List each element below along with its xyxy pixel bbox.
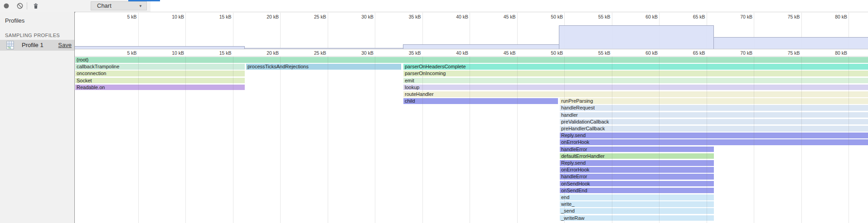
ruler-tick-label: 30 kB — [346, 50, 373, 56]
gridline — [138, 57, 139, 223]
gridline — [375, 57, 375, 223]
overview-area-segment[interactable] — [75, 46, 245, 49]
flame-bar-runPreParsing[interactable]: runPreParsing — [560, 98, 868, 104]
save-profile-link[interactable]: Save — [58, 42, 72, 48]
flame-bar-emit[interactable]: emit — [403, 78, 868, 84]
chevron-down-icon: ▼ — [139, 2, 142, 10]
ruler-tick-label: 60 kB — [630, 50, 658, 56]
gridline — [754, 57, 754, 223]
tab-accent-strip — [128, 0, 160, 1]
ruler-tick-label: 70 kB — [725, 14, 752, 19]
gridline — [138, 13, 139, 49]
flame-bar-_writeRaw[interactable]: _writeRaw — [560, 215, 714, 221]
overview-area-segment[interactable] — [245, 48, 403, 49]
flame-bar-onSendEnd[interactable]: onSendEnd — [560, 188, 714, 194]
flame-bar-_send[interactable]: _send — [560, 208, 714, 214]
gridline — [470, 13, 470, 49]
gridline — [517, 13, 518, 49]
ruler-tick-label: 20 kB — [252, 50, 279, 56]
ruler-tick-label: 40 kB — [441, 14, 468, 19]
flame-bar-Reply.send[interactable]: Reply.send — [560, 160, 714, 166]
ruler-tick-label: 55 kB — [583, 14, 611, 19]
chart-view-select[interactable]: Chart ▼ — [91, 1, 147, 10]
ruler-tick-label: 5 kB — [110, 14, 137, 19]
flame-chart: (root)callbackTrampolineprocessTicksAndR… — [75, 57, 868, 223]
flame-bar-handler[interactable]: handler — [560, 112, 868, 118]
toolbar-separator — [27, 2, 27, 9]
record-button[interactable] — [3, 2, 10, 9]
sampling-profiles-heading: SAMPLING PROFILES — [5, 33, 60, 38]
ruler-tick-label: 55 kB — [583, 50, 611, 56]
chart-view-select-value: Chart — [97, 2, 112, 9]
ruler-tick-label: 40 kB — [441, 50, 468, 56]
ruler-tick-label: 45 kB — [489, 50, 516, 56]
flame-bar-routeHandler[interactable]: routeHandler — [403, 91, 868, 97]
memory-sampling-profiler-panel: Chart ▼ Profiles SAMPLING PROFILES % Pro… — [0, 0, 868, 223]
clear-profiles-button[interactable] — [16, 2, 24, 9]
ruler-tick-label: 75 kB — [773, 50, 800, 56]
flame-bar-processTicksAndRejections[interactable]: processTicksAndRejections — [246, 64, 401, 70]
overview-area-segment[interactable] — [403, 44, 559, 49]
flame-bar-Socket[interactable]: Socket — [75, 78, 245, 84]
toolbar: Chart ▼ — [0, 0, 868, 12]
gridline — [280, 13, 281, 49]
ruler-tick-label: 10 kB — [157, 50, 184, 56]
flame-bar-Readable.on[interactable]: Readable.on — [75, 85, 245, 90]
ruler-tick-label: 5 kB — [110, 50, 137, 56]
flame-bar-Reply.send[interactable]: Reply.send — [560, 133, 868, 138]
flame-bar-onconnection[interactable]: onconnection — [75, 71, 245, 76]
profile-table-percent-icon: % — [6, 41, 15, 52]
svg-text:%: % — [8, 46, 11, 50]
gridline — [185, 13, 186, 49]
gridline — [280, 57, 281, 223]
profile-row-selected[interactable]: % Profile 1 Save — [0, 40, 74, 51]
gridline — [328, 13, 328, 49]
gridline — [659, 57, 659, 223]
gridline — [233, 57, 233, 223]
gridline — [328, 57, 328, 223]
ruler-tick-label: 20 kB — [252, 14, 279, 19]
ruler-tick-label: 65 kB — [678, 50, 705, 56]
flame-bar-handleError[interactable]: handleError — [560, 174, 714, 180]
flame-bar-lookup[interactable]: lookup — [403, 85, 868, 90]
gridline — [422, 57, 423, 223]
ruler-tick-label: 60 kB — [630, 14, 658, 19]
ruler-tick-label: 15 kB — [204, 50, 232, 56]
gridline — [849, 57, 849, 223]
flame-bar-onErrorHook[interactable]: onErrorHook — [560, 139, 868, 145]
flame-bar-preHandlerCallback[interactable]: preHandlerCallback — [560, 126, 868, 132]
profile-name: Profile 1 — [22, 42, 44, 48]
ruler-tick-label: 45 kB — [489, 14, 516, 19]
sidebar-title: Profiles — [5, 17, 24, 24]
ruler-tick-label: 50 kB — [536, 50, 563, 56]
gridline — [185, 57, 186, 223]
flame-bar-handleError[interactable]: handleError — [560, 147, 714, 152]
flame-bar-onErrorHook[interactable]: onErrorHook — [560, 167, 714, 173]
overview-area-segment[interactable] — [559, 25, 714, 49]
ruler-tick-label: 15 kB — [204, 14, 232, 19]
ruler-tick-label: 80 kB — [820, 50, 847, 56]
ruler-tick-label: 25 kB — [299, 50, 326, 56]
ruler-tick-label: 65 kB — [678, 14, 705, 19]
gridline — [375, 13, 375, 49]
flame-bar-parserOnHeadersComplete[interactable]: parserOnHeadersComplete — [403, 64, 868, 70]
flame-bar-callbackTrampoline[interactable]: callbackTrampoline — [75, 64, 245, 70]
flame-bar-defaultErrorHandler[interactable]: defaultErrorHandler — [560, 153, 714, 159]
ruler-tick-label: 35 kB — [394, 14, 421, 19]
flame-bar-end[interactable]: end — [560, 195, 714, 200]
ruler-tick-label: 35 kB — [394, 50, 421, 56]
ruler-tick-label: 80 kB — [820, 14, 847, 19]
delete-profile-button[interactable] — [32, 2, 39, 9]
gridline — [517, 57, 518, 223]
flame-bar-parserOnIncoming[interactable]: parserOnIncoming — [403, 71, 868, 76]
flame-bar-child[interactable]: child — [403, 98, 558, 104]
gridline — [564, 57, 565, 223]
flame-bar-write_[interactable]: write_ — [560, 201, 714, 207]
flame-bar-preValidationCallback[interactable]: preValidationCallback — [560, 119, 868, 125]
flame-bar-onSendHook[interactable]: onSendHook — [560, 181, 714, 187]
flame-bar-handleRequest[interactable]: handleRequest — [560, 105, 868, 111]
overview-area-segment[interactable] — [714, 37, 868, 49]
circle-slash-icon — [16, 2, 24, 9]
overview-pane[interactable]: 5 kB10 kB15 kB20 kB25 kB30 kB35 kB40 kB4… — [75, 13, 868, 49]
flame-bar-root[interactable]: (root) — [75, 57, 868, 63]
